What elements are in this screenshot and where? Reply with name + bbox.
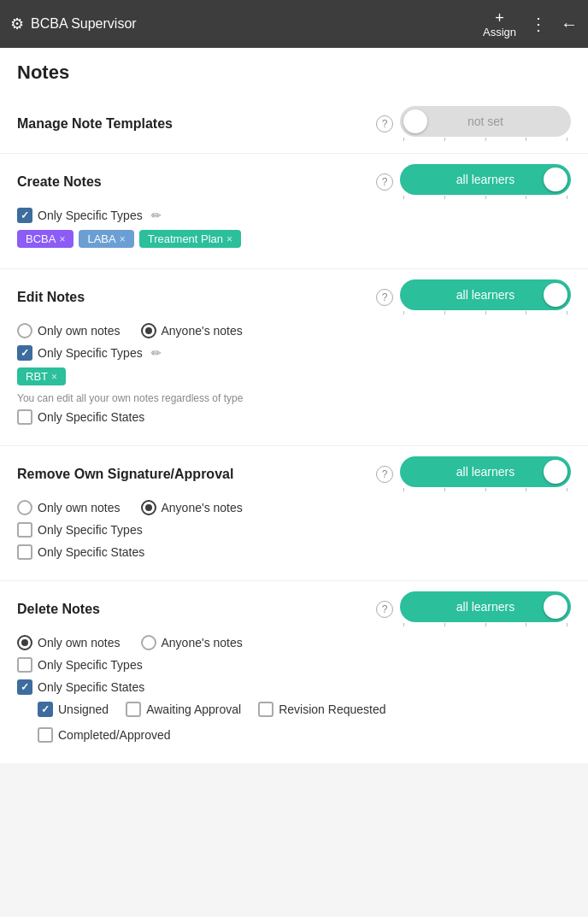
edit-notes-toggle[interactable]: all learners	[400, 279, 571, 310]
edit-notes-radio-row: Only own notes Anyone's notes	[17, 323, 571, 338]
edit-notes-section: Edit Notes ? all learners Only own notes	[0, 269, 588, 446]
edit-notes-right: ? all learners	[376, 279, 571, 314]
delete-notes-toggle-wrapper: all learners	[400, 591, 571, 626]
edit-notes-help-icon[interactable]: ?	[376, 289, 393, 306]
delete-notes-radio-row: Only own notes Anyone's notes	[17, 635, 571, 650]
delete-notes-radio-own-input[interactable]	[17, 635, 32, 650]
edit-notes-radio-own[interactable]: Only own notes	[17, 323, 121, 338]
delete-notes-toggle-thumb	[544, 595, 567, 619]
delete-notes-header: Delete Notes ? all learners	[17, 591, 571, 626]
create-notes-specific-types-edit-icon[interactable]: ✏	[151, 209, 162, 222]
assign-label: Assign	[483, 26, 516, 38]
delete-notes-state-unsigned-checkbox[interactable]	[38, 702, 53, 717]
manage-note-templates-toggle-label: not set	[467, 115, 503, 128]
remove-own-signature-toggle-ticks	[400, 488, 571, 491]
remove-own-signature-specific-types-checkbox[interactable]	[17, 522, 32, 538]
app-title: BCBA Supervisor	[31, 16, 137, 32]
more-options-icon[interactable]: ⋮	[530, 14, 547, 34]
delete-notes-specific-states-checkbox[interactable]	[17, 679, 32, 695]
manage-note-templates-toggle[interactable]: not set	[400, 106, 571, 137]
delete-notes-right: ? all learners	[376, 591, 571, 626]
remove-own-signature-specific-states-checkbox[interactable]	[17, 544, 32, 560]
remove-own-signature-radio-own-input[interactable]	[17, 500, 32, 515]
delete-notes-radio-own-label: Only own notes	[38, 636, 121, 650]
create-notes-tag-treatment-plan: Treatment Plan ×	[139, 230, 241, 248]
delete-notes-specific-types-row: Only Specific Types	[17, 657, 571, 673]
manage-note-templates-help-icon[interactable]: ?	[376, 115, 393, 132]
remove-own-signature-radio-anyone[interactable]: Anyone's notes	[141, 500, 243, 515]
delete-notes-state-unsigned-label: Unsigned	[58, 702, 109, 716]
assign-button[interactable]: + Assign	[483, 10, 516, 38]
remove-own-signature-toggle-label: all learners	[456, 465, 514, 479]
delete-notes-toggle-label: all learners	[456, 600, 514, 614]
remove-own-signature-radio-own[interactable]: Only own notes	[17, 500, 121, 515]
create-notes-toggle-wrapper: all learners	[400, 164, 571, 199]
remove-own-signature-right: ? all learners	[376, 456, 571, 491]
create-notes-section: Create Notes ? all learners Only Specifi…	[0, 154, 588, 269]
delete-notes-state-revision-label: Revision Requested	[279, 702, 385, 716]
create-notes-tag-laba-remove[interactable]: ×	[120, 233, 126, 245]
delete-notes-state-completed: Completed/Approved	[38, 727, 571, 743]
create-notes-right: ? all learners	[376, 164, 571, 199]
edit-notes-toggle-wrapper: all learners	[400, 279, 571, 314]
delete-notes-radio-anyone-input[interactable]	[141, 635, 156, 650]
delete-notes-state-unsigned: Unsigned	[38, 702, 109, 717]
create-notes-tags-row: BCBA × LABA × Treatment Plan ×	[17, 230, 571, 248]
delete-notes-toggle-ticks	[400, 623, 571, 626]
manage-note-templates-section: Manage Note Templates ? not set	[0, 94, 588, 154]
remove-own-signature-toggle[interactable]: all learners	[400, 456, 571, 487]
remove-own-signature-label: Remove Own Signature/Approval	[17, 467, 233, 482]
delete-notes-state-awaiting-label: Awaiting Approval	[146, 702, 241, 716]
delete-notes-state-revision: Revision Requested	[258, 702, 385, 717]
create-notes-toggle[interactable]: all learners	[400, 164, 571, 195]
delete-notes-specific-states-label: Only Specific States	[38, 680, 144, 694]
create-notes-tag-treatment-plan-remove[interactable]: ×	[226, 233, 232, 245]
delete-notes-radio-anyone[interactable]: Anyone's notes	[141, 635, 243, 650]
delete-notes-radio-own[interactable]: Only own notes	[17, 635, 121, 650]
create-notes-specific-types-label: Only Specific Types	[38, 209, 143, 222]
edit-notes-specific-types-row: Only Specific Types ✏	[17, 345, 571, 361]
edit-notes-tag-rbt-remove[interactable]: ×	[51, 371, 57, 383]
delete-notes-specific-types-checkbox[interactable]	[17, 657, 32, 673]
edit-notes-toggle-label: all learners	[456, 288, 514, 302]
create-notes-specific-types-checkbox[interactable]	[17, 208, 32, 223]
edit-notes-specific-states-row: Only Specific States	[17, 409, 571, 425]
delete-notes-state-awaiting-checkbox[interactable]	[126, 702, 141, 717]
remove-own-signature-specific-states-label: Only Specific States	[38, 545, 144, 559]
create-notes-toggle-label: all learners	[456, 173, 514, 186]
edit-notes-toggle-thumb	[544, 283, 567, 307]
edit-notes-radio-own-label: Only own notes	[38, 324, 121, 338]
delete-notes-toggle[interactable]: all learners	[400, 591, 571, 622]
remove-own-signature-specific-types-row: Only Specific Types	[17, 522, 571, 538]
create-notes-tag-laba: LABA ×	[79, 230, 133, 248]
manage-note-templates-toggle-wrapper: not set	[400, 106, 571, 141]
back-icon[interactable]: ←	[561, 15, 578, 34]
remove-own-signature-radio-anyone-input[interactable]	[141, 500, 156, 515]
edit-notes-specific-states-checkbox[interactable]	[17, 409, 32, 425]
delete-notes-state-completed-checkbox[interactable]	[38, 727, 53, 743]
remove-own-signature-help-icon[interactable]: ?	[376, 466, 393, 483]
delete-notes-label: Delete Notes	[17, 602, 100, 617]
remove-own-signature-specific-types-label: Only Specific Types	[38, 523, 143, 537]
header-actions: + Assign ⋮ ←	[483, 10, 578, 38]
edit-notes-radio-anyone-input[interactable]	[141, 323, 156, 338]
edit-notes-specific-types-checkbox[interactable]	[17, 345, 32, 361]
create-notes-specific-types-row: Only Specific Types ✏	[17, 208, 571, 223]
delete-notes-help-icon[interactable]: ?	[376, 601, 393, 618]
edit-notes-radio-anyone[interactable]: Anyone's notes	[141, 323, 243, 338]
create-notes-tag-bcba: BCBA ×	[17, 230, 74, 248]
remove-own-signature-specific-states-row: Only Specific States	[17, 544, 571, 560]
create-notes-tag-bcba-remove[interactable]: ×	[59, 233, 65, 245]
delete-notes-specific-types-label: Only Specific Types	[38, 658, 143, 672]
delete-notes-state-awaiting: Awaiting Approval	[126, 702, 241, 717]
delete-notes-radio-anyone-label: Anyone's notes	[162, 636, 243, 650]
edit-notes-specific-types-edit-icon[interactable]: ✏	[151, 346, 162, 360]
edit-notes-tag-rbt: RBT ×	[17, 367, 66, 385]
create-notes-help-icon[interactable]: ?	[376, 173, 393, 191]
edit-notes-radio-own-input[interactable]	[17, 323, 32, 338]
menu-icon[interactable]: ⚙	[10, 15, 24, 33]
edit-notes-label: Edit Notes	[17, 290, 85, 305]
manage-note-templates-label: Manage Note Templates	[17, 116, 376, 132]
delete-notes-state-revision-checkbox[interactable]	[258, 702, 273, 717]
remove-own-signature-radio-own-label: Only own notes	[38, 501, 121, 514]
